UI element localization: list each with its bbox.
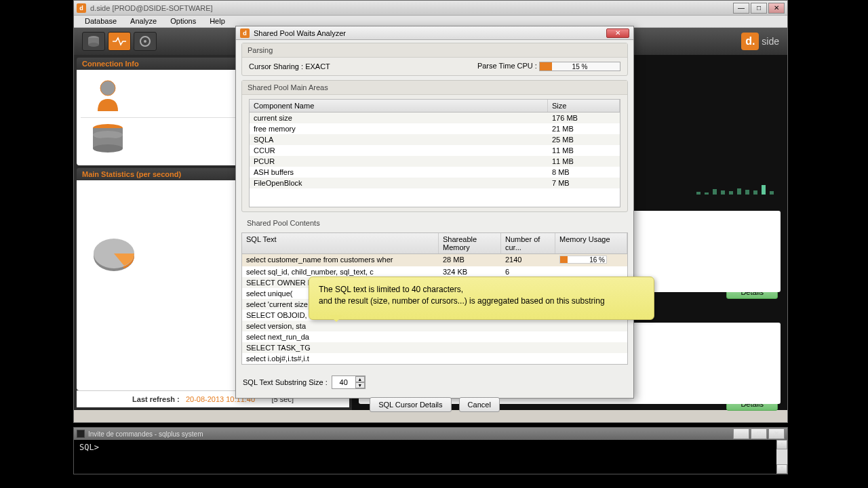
col-header[interactable]: Memory Usage bbox=[555, 233, 627, 253]
parse-time-value: 15 % bbox=[540, 62, 620, 72]
table-row[interactable]: select sql_id, child_number, sql_text, c… bbox=[242, 266, 627, 277]
table-row[interactable]: ASH buffers8 MB bbox=[250, 167, 620, 178]
sql-cursor-details-button[interactable]: SQL Cursor Details bbox=[370, 397, 451, 412]
close-button[interactable]: ✕ bbox=[768, 3, 785, 14]
scroll-down-button[interactable]: ▼ bbox=[776, 464, 787, 474]
menu-analyze[interactable]: Analyze bbox=[123, 16, 163, 27]
dialog-close-button[interactable]: ✕ bbox=[606, 28, 629, 38]
toolbar-settings-icon[interactable] bbox=[134, 32, 157, 51]
main-areas-grid[interactable]: Component Name Size current size176 MBfr… bbox=[249, 99, 620, 207]
database-icon bbox=[81, 121, 135, 159]
maximize-button[interactable]: □ bbox=[751, 3, 767, 14]
svg-point-4 bbox=[144, 40, 146, 43]
toolbar-activity-icon[interactable] bbox=[108, 32, 131, 51]
console-minimize-button[interactable]: — bbox=[733, 428, 749, 439]
brand-text: side bbox=[762, 36, 779, 47]
cursor-sharing-value: EXACT bbox=[305, 62, 330, 70]
table-row[interactable]: current size176 MB bbox=[250, 113, 620, 123]
cursor-sharing-label: Cursor Sharing : bbox=[249, 62, 303, 70]
app-icon: d bbox=[77, 3, 86, 13]
table-row[interactable]: select next_run_da bbox=[242, 331, 627, 342]
dialog-titlebar[interactable]: d Shared Pool Waits Analyzer ✕ bbox=[236, 26, 633, 40]
console-close-button[interactable]: ✕ bbox=[768, 428, 785, 439]
col-header[interactable]: Shareable Memory bbox=[439, 233, 501, 253]
parsing-label: Parsing bbox=[242, 43, 627, 58]
main-areas-label: Shared Pool Main Areas bbox=[242, 81, 627, 95]
menu-database[interactable]: Database bbox=[78, 16, 123, 27]
substring-size-spinner[interactable]: ▲ ▼ bbox=[332, 375, 366, 389]
spinner-up-button[interactable]: ▲ bbox=[355, 376, 365, 382]
activity-bars bbox=[696, 184, 774, 195]
console-titlebar[interactable]: Invite de commandes - sqlplus system — □… bbox=[74, 428, 787, 440]
col-header[interactable]: Number of cur... bbox=[501, 233, 555, 253]
tooltip-line: The SQL text is limited to 40 characters… bbox=[319, 284, 644, 296]
table-row[interactable]: select version, sta bbox=[242, 321, 627, 331]
brand: d. side bbox=[741, 33, 779, 50]
console-title: Invite de commandes - sqlplus system bbox=[88, 430, 733, 438]
console-scrollbar[interactable]: ▲ ▼ bbox=[776, 440, 787, 474]
svg-point-2 bbox=[88, 43, 99, 47]
toolbar-db-icon[interactable] bbox=[82, 32, 105, 51]
menu-help[interactable]: Help bbox=[203, 16, 232, 27]
table-row[interactable]: FileOpenBlock7 MB bbox=[250, 178, 620, 188]
console-icon bbox=[77, 430, 85, 438]
spinner-down-button[interactable]: ▼ bbox=[355, 382, 365, 388]
main-areas-group: Shared Pool Main Areas Component Name Si… bbox=[241, 80, 628, 212]
col-header[interactable]: SQL Text bbox=[242, 233, 439, 253]
main-titlebar[interactable]: d d.side [PROD@DSIDE-SOFTWARE] — □ ✕ bbox=[74, 1, 787, 16]
cancel-button[interactable]: Cancel bbox=[459, 397, 500, 412]
parse-time-bar: 15 % bbox=[539, 62, 620, 71]
table-row[interactable]: SELECT TASK_TG bbox=[242, 342, 627, 353]
console-body[interactable]: SQL> ▲ ▼ bbox=[74, 440, 787, 474]
help-tooltip: The SQL text is limited to 40 characters… bbox=[309, 277, 654, 320]
console-window: Invite de commandes - sqlplus system — □… bbox=[73, 427, 788, 474]
dialog-icon: d bbox=[240, 28, 250, 38]
contents-label: Shared Pool Contents bbox=[241, 216, 628, 230]
table-row[interactable]: free memory21 MB bbox=[250, 123, 620, 134]
parse-time-label: Parse Time CPU : bbox=[477, 62, 537, 70]
shared-pool-dialog: d Shared Pool Waits Analyzer ✕ Parsing C… bbox=[235, 26, 634, 399]
table-row[interactable]: SQLA25 MB bbox=[250, 134, 620, 145]
table-row[interactable]: CCUR11 MB bbox=[250, 145, 620, 156]
window-title: d.side [PROD@DSIDE-SOFTWARE] bbox=[90, 4, 733, 12]
table-row[interactable]: select i.obj#,i.ts#,i.t bbox=[242, 353, 627, 364]
brand-icon: d. bbox=[741, 33, 759, 50]
table-row[interactable]: select customer_name from customers wher… bbox=[242, 254, 627, 266]
pie-chart-icon bbox=[90, 235, 138, 275]
parsing-group: Parsing Cursor Sharing : EXACT Parse Tim… bbox=[241, 43, 628, 76]
minimize-button[interactable]: — bbox=[733, 3, 749, 14]
col-header[interactable]: Size bbox=[548, 100, 620, 112]
tooltip-line: and the result (size, number of cursors.… bbox=[319, 296, 644, 307]
substring-size-input[interactable] bbox=[332, 376, 355, 388]
refresh-label: Last refresh : bbox=[132, 395, 180, 403]
scroll-up-button[interactable]: ▲ bbox=[776, 440, 787, 449]
col-header[interactable]: Component Name bbox=[250, 100, 548, 112]
table-row[interactable]: PCUR11 MB bbox=[250, 156, 620, 167]
substring-size-label: SQL Text Substring Size : bbox=[243, 378, 328, 386]
user-icon bbox=[81, 77, 135, 115]
console-prompt: SQL> bbox=[79, 443, 99, 452]
menu-options[interactable]: Options bbox=[163, 16, 203, 27]
svg-point-11 bbox=[93, 144, 123, 152]
console-maximize-button[interactable]: □ bbox=[751, 428, 767, 439]
dialog-title: Shared Pool Waits Analyzer bbox=[254, 29, 606, 37]
